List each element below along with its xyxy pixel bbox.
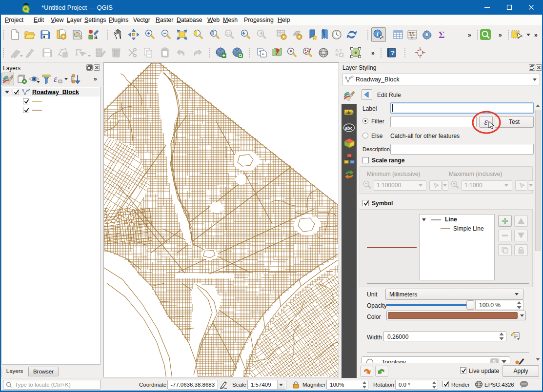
svg-text:Topology: Topology	[382, 359, 406, 363]
svg-text:Σ: Σ	[439, 30, 444, 40]
svg-text:i: i	[377, 30, 379, 38]
svg-text:?: ?	[391, 49, 395, 57]
svg-text:abc: abc	[345, 110, 353, 115]
svg-text:1:1: 1:1	[226, 32, 231, 35]
svg-text:X,Y: X,Y	[335, 48, 342, 53]
svg-text:abc: abc	[345, 126, 353, 131]
svg-text:a: a	[94, 34, 98, 40]
svg-text:ε: ε	[54, 74, 58, 84]
